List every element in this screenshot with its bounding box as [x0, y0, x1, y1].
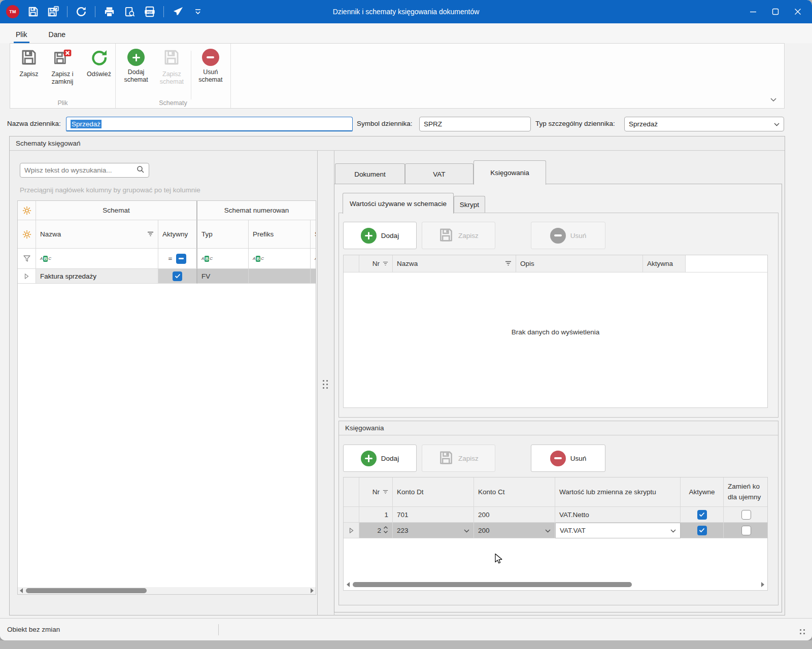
- row-indicator[interactable]: [344, 507, 359, 523]
- scroll-right-arrow[interactable]: [761, 582, 764, 587]
- scroll-right-arrow[interactable]: [311, 588, 314, 593]
- filter-cell-cut[interactable]: A: [311, 249, 316, 269]
- wartosci-delete-button[interactable]: Usuń: [531, 222, 605, 249]
- cell-konto-dt[interactable]: 701: [393, 507, 474, 523]
- column-header-aktywne[interactable]: Aktywne: [681, 477, 724, 507]
- column-header-nr[interactable]: Nr: [359, 477, 393, 507]
- cell-prefiks[interactable]: [249, 269, 311, 284]
- scroll-thumb[interactable]: [26, 588, 147, 593]
- cell-konto-dt-editor[interactable]: 223: [393, 523, 474, 538]
- quick-save-close-icon[interactable]: [47, 5, 60, 18]
- cell-nr[interactable]: 1: [359, 507, 393, 523]
- filter-cell-aktywny[interactable]: =: [158, 249, 197, 269]
- panel-splitter[interactable]: [317, 151, 334, 616]
- tab-skrypt[interactable]: Skrypt: [454, 196, 485, 213]
- tab-wartosci[interactable]: Wartości używane w schemacie: [343, 193, 454, 214]
- scroll-left-arrow[interactable]: [347, 582, 350, 587]
- band-schemat-numerowania[interactable]: Schemat numerowan: [197, 201, 316, 220]
- close-button[interactable]: [787, 3, 809, 20]
- quick-refresh-icon[interactable]: [75, 5, 88, 18]
- scroll-thumb[interactable]: [353, 582, 632, 587]
- column-header-aktywna[interactable]: Aktywna: [643, 255, 686, 272]
- column-header-prefiks[interactable]: Prefiks: [249, 220, 311, 249]
- minimize-button[interactable]: [742, 3, 764, 20]
- filter-cell-nazwa[interactable]: ABC: [36, 249, 158, 269]
- tab-ksiegowania[interactable]: Księgowania: [473, 160, 546, 185]
- tab-vat[interactable]: VAT: [405, 163, 473, 184]
- filter-cell-prefiks[interactable]: ABC: [249, 249, 311, 269]
- journal-name-input[interactable]: Sprzedaż: [66, 117, 353, 131]
- refresh-button[interactable]: Odśwież: [82, 47, 116, 80]
- delete-schema-button[interactable]: Usuń schemat: [193, 47, 228, 86]
- column-header-opis[interactable]: Opis: [516, 255, 643, 272]
- cell-konto-ct[interactable]: 200: [474, 507, 555, 523]
- cell-aktywny[interactable]: [158, 269, 197, 284]
- journal-symbol-input[interactable]: SPRZ: [419, 117, 531, 131]
- column-header-konto-ct[interactable]: Konto Ct: [474, 477, 555, 507]
- tab-dokument[interactable]: Dokument: [335, 163, 405, 184]
- column-header-nazwa[interactable]: Nazwa: [393, 255, 516, 272]
- save-and-close-button[interactable]: Zapisz i zamknij: [46, 47, 79, 88]
- row-expand-icon[interactable]: [344, 523, 359, 538]
- save-button[interactable]: Zapisz: [12, 47, 46, 80]
- ksiegowania-add-button[interactable]: Dodaj: [343, 445, 417, 472]
- cell-aktywne[interactable]: [681, 523, 724, 538]
- print-icon[interactable]: [103, 5, 116, 18]
- checkbox-checked[interactable]: [173, 271, 182, 281]
- add-schema-button[interactable]: Dodaj schemat: [118, 47, 154, 86]
- export-pdf-icon[interactable]: PDF: [143, 5, 156, 18]
- band-schemat[interactable]: Schemat: [36, 201, 197, 220]
- cell-nazwa[interactable]: Faktura sprzedaży: [36, 269, 158, 284]
- column-header-konto-dt[interactable]: Konto Dt: [393, 477, 474, 507]
- column-header-aktywny[interactable]: Aktywny: [158, 220, 197, 249]
- column-header-zamien-konta[interactable]: Zamień ko dla ujemny: [724, 477, 768, 507]
- cell-cut[interactable]: [311, 269, 316, 284]
- postings-hscrollbar[interactable]: [344, 580, 767, 589]
- column-header-nr[interactable]: Nr: [359, 255, 393, 272]
- send-icon[interactable]: [171, 5, 184, 18]
- resize-grip[interactable]: [799, 628, 806, 635]
- checkbox-unchecked[interactable]: [741, 526, 751, 535]
- column-chooser-sun-icon[interactable]: [18, 220, 36, 249]
- table-row-selected[interactable]: 2 223 200 VAT.VAT: [344, 523, 767, 538]
- chevron-down-icon[interactable]: [545, 527, 551, 534]
- ribbon-tab-plik[interactable]: Plik: [14, 26, 29, 43]
- column-header-nazwa[interactable]: Nazwa: [36, 220, 158, 249]
- row-expand-icon[interactable]: [18, 269, 36, 284]
- column-chooser-sun-icon[interactable]: [18, 201, 36, 220]
- spinner-icon[interactable]: [383, 525, 388, 536]
- filter-funnel-icon[interactable]: [18, 249, 36, 269]
- wartosci-add-button[interactable]: Dodaj: [343, 222, 417, 249]
- checkbox-unchecked[interactable]: [741, 510, 751, 520]
- qat-customize-chevron-icon[interactable]: [191, 5, 205, 18]
- maximize-button[interactable]: [764, 3, 787, 20]
- cell-zamien-konta[interactable]: [724, 523, 768, 538]
- journal-type-select[interactable]: Sprzedaż: [624, 117, 784, 131]
- chevron-down-icon[interactable]: [464, 527, 469, 534]
- chevron-down-icon[interactable]: [670, 527, 676, 534]
- print-preview-icon[interactable]: [123, 5, 136, 18]
- ribbon-collapse-chevron-icon[interactable]: [770, 95, 777, 104]
- quick-save-icon[interactable]: [26, 5, 40, 18]
- column-header-cut[interactable]: S: [311, 220, 316, 249]
- ribbon-tab-dane[interactable]: Dane: [47, 26, 67, 43]
- wartosci-save-button[interactable]: Zapisz: [422, 222, 495, 249]
- cell-wartosc-editor[interactable]: VAT.VAT: [555, 523, 681, 538]
- cell-wartosc[interactable]: VAT.Netto: [555, 507, 681, 523]
- left-table-hscrollbar[interactable]: [18, 587, 316, 594]
- ksiegowania-delete-button[interactable]: Usuń: [531, 445, 605, 472]
- save-schema-button[interactable]: Zapisz schemat: [154, 47, 189, 88]
- table-row[interactable]: 1 701 200 VAT.Netto: [344, 507, 767, 523]
- column-header-wartosc[interactable]: Wartość lub zmienna ze skryptu: [555, 477, 681, 507]
- checkbox-checked[interactable]: [697, 510, 707, 520]
- checkbox-checked[interactable]: [697, 526, 707, 535]
- filter-cell-typ[interactable]: ABC: [197, 249, 249, 269]
- cell-typ[interactable]: FV: [197, 269, 249, 284]
- splitter-grip[interactable]: [322, 379, 329, 390]
- filter-checkbox-indeterminate[interactable]: [176, 254, 186, 264]
- column-header-typ[interactable]: Typ: [197, 220, 249, 249]
- table-row[interactable]: Faktura sprzedaży FV: [18, 269, 316, 284]
- cell-aktywne[interactable]: [681, 507, 724, 523]
- cell-nr-editor[interactable]: 2: [359, 523, 393, 538]
- cell-zamien-konta[interactable]: [724, 507, 768, 523]
